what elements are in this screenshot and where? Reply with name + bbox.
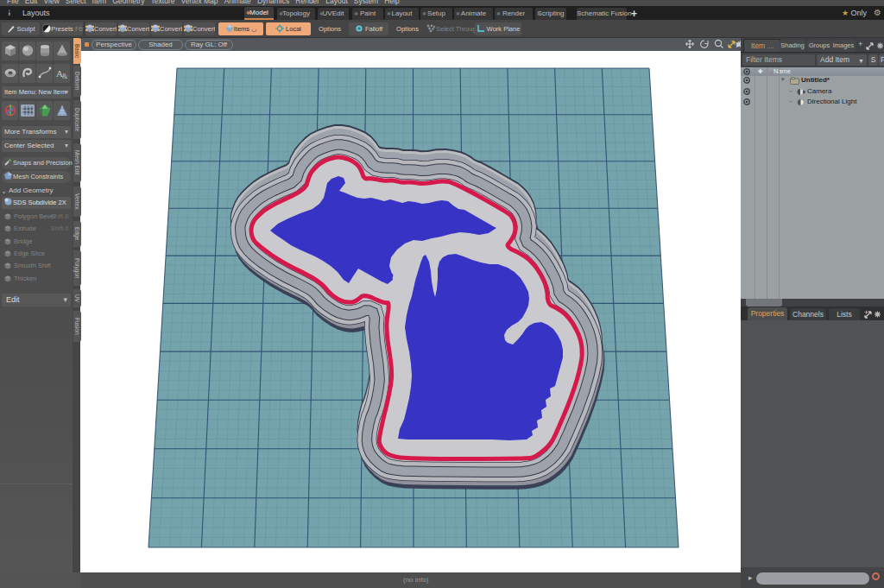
svg-text:&: & — [62, 73, 68, 80]
